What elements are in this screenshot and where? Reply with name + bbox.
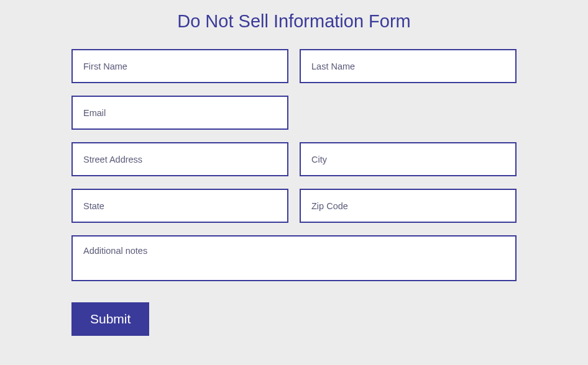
form-row-state-zip — [71, 189, 517, 223]
zip-code-field[interactable] — [300, 189, 517, 223]
submit-button[interactable]: Submit — [71, 302, 149, 336]
additional-notes-field[interactable] — [71, 235, 517, 281]
city-field-wrapper — [300, 142, 517, 176]
street-address-field[interactable] — [71, 142, 288, 176]
do-not-sell-form: Do Not Sell Information Form — [0, 0, 588, 354]
last-name-field-wrapper — [300, 49, 517, 83]
form-title: Do Not Sell Information Form — [71, 11, 517, 32]
email-field[interactable] — [71, 96, 288, 130]
last-name-field[interactable] — [300, 49, 517, 83]
row-spacer — [300, 96, 517, 130]
email-field-wrapper — [71, 96, 288, 130]
first-name-field[interactable] — [71, 49, 288, 83]
zip-code-field-wrapper — [300, 189, 517, 223]
state-field-wrapper — [71, 189, 288, 223]
form-row-name — [71, 49, 517, 83]
form-row-notes — [71, 235, 517, 284]
additional-notes-field-wrapper — [71, 235, 517, 284]
form-row-email — [71, 96, 517, 130]
state-field[interactable] — [71, 189, 288, 223]
form-row-address — [71, 142, 517, 176]
city-field[interactable] — [300, 142, 517, 176]
street-address-field-wrapper — [71, 142, 288, 176]
first-name-field-wrapper — [71, 49, 288, 83]
